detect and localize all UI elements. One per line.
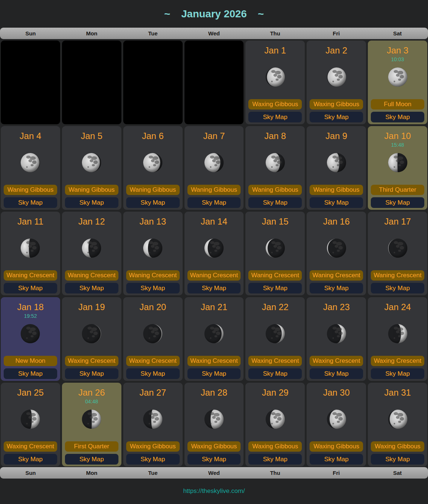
day-cell: Jan 19 Waxing Crescent Sky Map [62,297,121,381]
sky-map-button[interactable]: Sky Map [65,368,118,379]
sky-map-button[interactable]: Sky Map [310,112,363,122]
sky-map-button[interactable]: Sky Map [65,283,118,293]
phase-label-button[interactable]: Waxing Gibbous [248,99,302,110]
sky-map-button[interactable]: Sky Map [371,368,424,379]
day-cell: Jan 2 Waxing Gibbous Sky Map [307,41,366,124]
phase-time [184,398,244,406]
phase-label-button[interactable]: Third Quarter [371,185,424,195]
day-cell: Jan 8 Waning Gibbous Sky Map [245,126,305,210]
phase-label-button[interactable]: Waning Gibbous [248,185,302,195]
phase-label-button[interactable]: New Moon [4,356,57,366]
phase-label-button[interactable]: Waning Gibbous [187,185,241,195]
phase-label-button[interactable]: Waning Gibbous [310,185,363,195]
moon-phase-image [326,67,347,87]
weekday-label: Fri [306,470,367,476]
day-cell: Jan 6 Waning Gibbous Sky Map [123,126,183,210]
day-date: Jan 21 [184,297,244,312]
phase-label-button[interactable]: Waxing Crescent [371,356,424,366]
sky-map-button[interactable]: Sky Map [187,454,241,465]
phase-label-button[interactable]: Waxing Crescent [126,356,180,366]
phase-label-button[interactable]: Waning Crescent [65,270,118,281]
sky-map-button[interactable]: Sky Map [187,283,241,293]
sky-map-button[interactable]: Sky Map [4,368,57,379]
moon-phase-image [265,67,286,87]
sky-map-button[interactable]: Sky Map [126,197,180,208]
phase-label-button[interactable]: Waxing Crescent [248,356,302,366]
sky-map-button[interactable]: Sky Map [4,454,57,465]
day-cell: Jan 5 Waning Gibbous Sky Map [62,126,121,210]
phase-label-button[interactable]: Waxing Gibbous [310,99,363,110]
phase-label-button[interactable]: Waxing Crescent [187,356,241,366]
sky-map-button[interactable]: Sky Map [310,197,363,208]
phase-label-button[interactable]: Waxing Gibbous [371,441,424,452]
footer: https://theskylive.com/ [0,479,428,504]
sky-map-button[interactable]: Sky Map [248,454,302,465]
page-title: January 2026 [181,8,246,20]
sky-map-button[interactable]: Sky Map [4,283,57,293]
weekday-label: Sat [367,30,428,37]
phase-time [62,227,121,235]
sky-map-button[interactable]: Sky Map [371,197,424,208]
day-cell: Jan 13 Waning Crescent Sky Map [123,212,183,295]
sky-map-button[interactable]: Sky Map [248,283,302,293]
moon-phase-image [81,323,102,344]
sky-map-button[interactable]: Sky Map [310,368,363,379]
phase-time [184,312,244,320]
phase-label-button[interactable]: First Quarter [65,441,118,452]
phase-label-button[interactable]: Waning Crescent [187,270,241,281]
phase-label-button[interactable]: Waxing Gibbous [310,441,363,452]
day-cell: Jan 24 Waxing Crescent Sky Map [368,297,427,381]
phase-label-button[interactable]: Waning Crescent [248,270,302,281]
day-date: Jan 6 [123,126,183,141]
sky-map-button[interactable]: Sky Map [65,197,118,208]
sky-map-button[interactable]: Sky Map [187,197,241,208]
phase-label-button[interactable]: Waning Gibbous [126,185,180,195]
phase-label-button[interactable]: Waxing Crescent [65,356,118,366]
phase-label-button[interactable]: Waning Crescent [310,270,363,281]
sky-map-button[interactable]: Sky Map [4,197,57,208]
phase-label-button[interactable]: Waxing Gibbous [248,441,302,452]
phase-time [1,398,60,406]
sky-map-button[interactable]: Sky Map [126,454,180,465]
sky-map-button[interactable]: Sky Map [248,197,302,208]
phase-label-button[interactable]: Waxing Crescent [310,356,363,366]
phase-label-button[interactable]: Waning Gibbous [65,185,118,195]
phase-time [62,141,121,149]
site-url-link[interactable]: https://theskylive.com/ [183,487,245,495]
phase-label-button[interactable]: Waxing Crescent [4,441,57,452]
moon-phase-image [204,409,224,430]
calendar-grid: Jan 1 Waxing Gibbous Sky Map Jan 2 Waxin… [0,39,428,467]
day-date: Jan 10 [368,126,427,141]
day-cell: Jan 28 Waxing Gibbous Sky Map [184,383,244,466]
phase-time: 15:48 [368,141,427,149]
sky-map-button[interactable]: Sky Map [310,454,363,465]
phase-label-button[interactable]: Waning Gibbous [4,185,57,195]
phase-label-button[interactable]: Waxing Gibbous [187,441,241,452]
phase-label-button[interactable]: Waning Crescent [371,270,424,281]
sky-map-button[interactable]: Sky Map [126,283,180,293]
sky-map-button[interactable]: Sky Map [126,368,180,379]
phase-label-button[interactable]: Waxing Gibbous [126,441,180,452]
sky-map-button[interactable]: Sky Map [248,368,302,379]
phase-time [184,141,244,149]
sky-map-button[interactable]: Sky Map [371,283,424,293]
moon-phase-image [20,238,41,258]
phase-label-button[interactable]: Waning Crescent [4,270,57,281]
day-cell: Jan 23 Waxing Crescent Sky Map [307,297,366,381]
day-date: Jan 16 [307,212,366,227]
sky-map-button[interactable]: Sky Map [248,112,302,122]
sky-map-button[interactable]: Sky Map [310,283,363,293]
sky-map-button[interactable]: Sky Map [371,112,424,122]
day-date: Jan 17 [368,212,427,227]
phase-label-button[interactable]: Full Moon [371,99,424,110]
sky-map-button[interactable]: Sky Map [187,368,241,379]
weekday-label: Sun [0,30,61,37]
phase-time [307,56,366,64]
weekday-label: Mon [61,30,122,37]
sky-map-button[interactable]: Sky Map [371,454,424,465]
day-cell: Jan 29 Waxing Gibbous Sky Map [245,383,305,466]
day-date: Jan 23 [307,297,366,312]
phase-label-button[interactable]: Waning Crescent [126,270,180,281]
phase-time [245,227,305,235]
sky-map-button[interactable]: Sky Map [65,454,118,465]
